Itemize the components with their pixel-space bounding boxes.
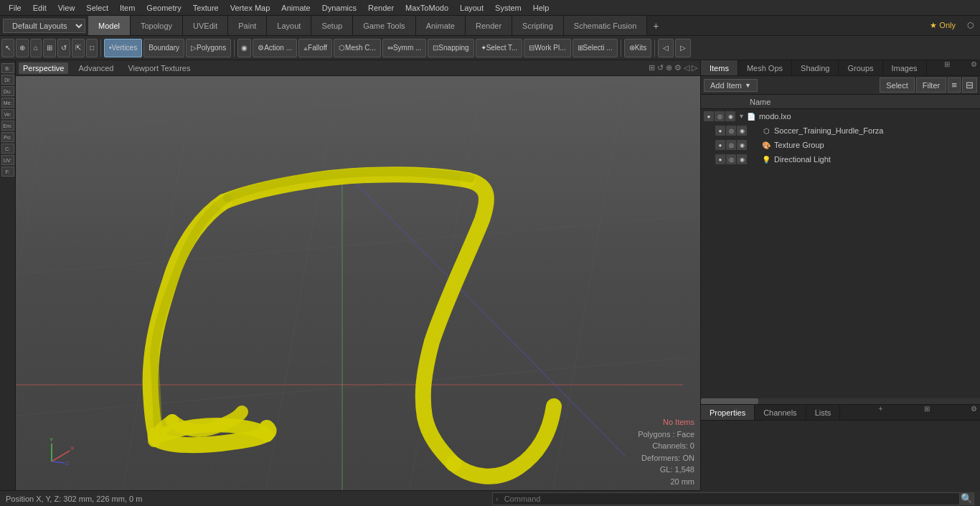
- sidebar-btn-b[interactable]: B:: [1, 63, 14, 73]
- view-nav-next[interactable]: ▷: [675, 39, 691, 57]
- vis-preview-soccer-icon[interactable]: ◎: [726, 126, 736, 136]
- menu-render[interactable]: Render: [362, 2, 400, 14]
- tab-setup[interactable]: Setup: [311, 16, 353, 35]
- vertices-button[interactable]: • Vertices: [104, 39, 142, 57]
- sidebar-btn-dup[interactable]: Du:: [1, 86, 14, 96]
- tool-scale[interactable]: ⇱: [72, 39, 85, 57]
- symm-button[interactable]: ⇔ Symm ...: [382, 39, 426, 57]
- menu-geometry[interactable]: Geometry: [141, 2, 187, 14]
- items-scrollbar-thumb[interactable]: [701, 398, 758, 404]
- menu-layout[interactable]: Layout: [454, 2, 489, 14]
- command-area[interactable]: › 🔍: [492, 492, 974, 505]
- menu-maxtomodo[interactable]: MaxToModo: [400, 2, 454, 14]
- vis-viewport-light-icon[interactable]: ◉: [737, 154, 747, 164]
- menu-edit[interactable]: Edit: [27, 2, 52, 14]
- item-row-modo-lxo[interactable]: ● ◎ ◉ ▼ 📄 modo.lxo: [701, 109, 980, 123]
- add-item-button[interactable]: Add Item ▼: [704, 79, 758, 92]
- menu-file[interactable]: File: [3, 2, 27, 14]
- boundary-button[interactable]: Boundary: [143, 39, 184, 57]
- tab-paint[interactable]: Paint: [228, 16, 267, 35]
- menu-item[interactable]: Item: [114, 2, 141, 14]
- sidebar-btn-c[interactable]: C:: [1, 144, 14, 154]
- 3d-viewport[interactable]: X Y Z No Items Polygons : Face Channels:…: [16, 76, 700, 490]
- tab-model[interactable]: Model: [88, 16, 131, 35]
- panel-tab-items[interactable]: Items: [701, 60, 738, 75]
- menu-dynamics[interactable]: Dynamics: [316, 2, 362, 14]
- tab-schematic-fusion[interactable]: Schematic Fusion: [564, 16, 647, 35]
- filter-button[interactable]: Filter: [916, 78, 946, 93]
- snapping-button[interactable]: ⊡ Snapping: [428, 39, 473, 57]
- viewport-tab-perspective[interactable]: Perspective: [19, 62, 68, 74]
- vis-viewport-icon[interactable]: ◉: [725, 111, 735, 121]
- vis-render-soccer-icon[interactable]: ●: [715, 126, 725, 136]
- vis-preview-texture-icon[interactable]: ◎: [726, 140, 736, 150]
- tool-lasso[interactable]: ⌂: [30, 39, 42, 57]
- layout-selector[interactable]: Default Layouts: [3, 19, 85, 33]
- panel-expand-icon[interactable]: ⊞: [941, 60, 953, 75]
- tool-pointer[interactable]: ↖: [1, 39, 14, 57]
- menu-select[interactable]: Select: [80, 2, 114, 14]
- polygons-button[interactable]: ▷ Polygons: [186, 39, 231, 57]
- menu-animate[interactable]: Animate: [275, 2, 316, 14]
- kits-button[interactable]: ⊛ Kits: [624, 39, 652, 57]
- tool-rect[interactable]: □: [86, 39, 98, 57]
- select-button[interactable]: Select: [880, 78, 915, 93]
- vis-render-texture-icon[interactable]: ●: [715, 140, 725, 150]
- panel-tab-mesh-ops[interactable]: Mesh Ops: [738, 60, 792, 75]
- view-nav-prev[interactable]: ◁: [658, 39, 674, 57]
- props-tab-channels[interactable]: Channels: [755, 405, 806, 420]
- command-input[interactable]: [501, 495, 959, 503]
- tool-rotate[interactable]: ↺: [57, 39, 70, 57]
- sidebar-btn-uv[interactable]: UV:: [1, 155, 14, 165]
- maximize-button[interactable]: ⬡: [961, 21, 980, 30]
- tab-layout[interactable]: Layout: [267, 16, 311, 35]
- action-button[interactable]: ⚙ Action ...: [253, 39, 297, 57]
- work-pl-button[interactable]: ⊟ Work Pl...: [524, 39, 570, 57]
- tool-sphere[interactable]: ◉: [237, 39, 251, 57]
- select-t-button[interactable]: ✦ Select T...: [476, 39, 523, 57]
- sidebar-btn-ve[interactable]: Ve:: [1, 109, 14, 119]
- viewport-tab-textures[interactable]: Viewport Textures: [123, 62, 194, 74]
- props-tab-lists[interactable]: Lists: [806, 405, 841, 420]
- tab-uvedit[interactable]: UVEdit: [183, 16, 228, 35]
- collapse-triangle-icon[interactable]: ▼: [738, 113, 745, 120]
- items-sort-button[interactable]: ≡: [948, 78, 961, 93]
- mesh-button[interactable]: ⬡ Mesh C...: [334, 39, 381, 57]
- items-options-button[interactable]: ⊟: [962, 78, 977, 93]
- viewport-icons[interactable]: ⊞ ↺ ⊕ ⚙ ◁ ▷: [649, 63, 697, 72]
- panel-tab-groups[interactable]: Groups: [839, 60, 882, 75]
- vis-render-icon[interactable]: ●: [704, 111, 714, 121]
- item-row-soccer-hurdle[interactable]: ● ◎ ◉ ⬡ Soccer_Training_Hurdle_Forza: [701, 123, 980, 138]
- menu-vertex-map[interactable]: Vertex Map: [225, 2, 276, 14]
- item-row-dir-light[interactable]: ● ◎ ◉ 💡 Directional Light: [701, 152, 980, 167]
- sidebar-btn-me[interactable]: Me:: [1, 98, 14, 108]
- sidebar-btn-po[interactable]: Po:: [1, 132, 14, 142]
- vis-viewport-texture-icon[interactable]: ◉: [737, 140, 747, 150]
- tab-animate[interactable]: Animate: [416, 16, 466, 35]
- selecti-button[interactable]: ⊞ Selecti ...: [573, 39, 618, 57]
- menu-system[interactable]: System: [489, 2, 527, 14]
- props-expand-icon[interactable]: ⊞: [921, 405, 933, 420]
- props-plus-button[interactable]: +: [876, 405, 886, 420]
- star-only-button[interactable]: ★ Only: [924, 21, 961, 30]
- item-row-texture-group[interactable]: ● ◎ ◉ 🎨 Texture Group: [701, 138, 980, 152]
- props-options-icon[interactable]: ⚙: [968, 405, 980, 420]
- menu-texture[interactable]: Texture: [187, 2, 225, 14]
- panel-tab-images[interactable]: Images: [883, 60, 927, 75]
- tool-circle[interactable]: ⊕: [16, 39, 29, 57]
- menu-help[interactable]: Help: [527, 2, 555, 14]
- tab-render[interactable]: Render: [466, 16, 512, 35]
- vis-viewport-soccer-icon[interactable]: ◉: [737, 126, 747, 136]
- tab-scripting[interactable]: Scripting: [512, 16, 564, 35]
- menu-view[interactable]: View: [52, 2, 81, 14]
- vis-preview-icon[interactable]: ◎: [715, 111, 725, 121]
- sidebar-btn-em[interactable]: Em:: [1, 121, 14, 131]
- items-scrollbar[interactable]: [701, 398, 980, 404]
- panel-options-icon[interactable]: ⚙: [968, 60, 980, 75]
- falloff-button[interactable]: ⟁ Falloff: [298, 39, 332, 57]
- tab-gametools[interactable]: Game Tools: [353, 16, 416, 35]
- viewport-tab-advanced[interactable]: Advanced: [74, 62, 118, 74]
- panel-tab-shading[interactable]: Shading: [792, 60, 839, 75]
- command-search-button[interactable]: 🔍: [959, 492, 974, 505]
- vis-preview-light-icon[interactable]: ◎: [726, 154, 736, 164]
